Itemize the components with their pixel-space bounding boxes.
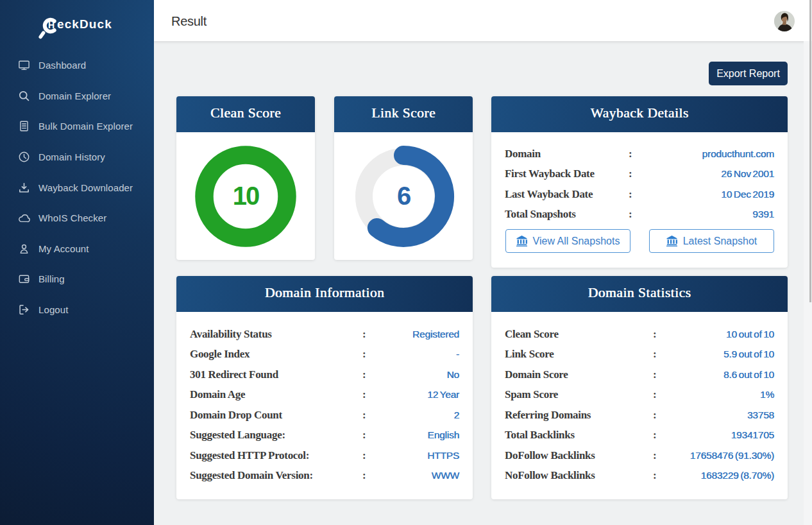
svg-text:eckDuck: eckDuck xyxy=(57,17,112,31)
svg-text:H: H xyxy=(48,20,55,30)
